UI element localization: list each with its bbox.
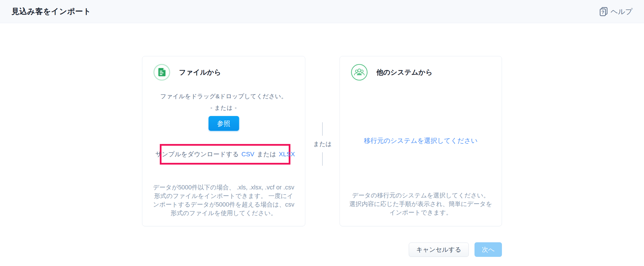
file-import-description: データが5000件以下の場合、 .xls, .xlsx, .vcf or .cs… — [151, 183, 296, 217]
help-label: ヘルプ — [611, 7, 633, 16]
sample-or-text: または — [257, 150, 276, 159]
help-icon: ? — [599, 7, 608, 16]
csv-sample-link[interactable]: CSV — [242, 151, 254, 158]
divider-or-text: または — [313, 140, 332, 148]
page-title: 見込み客をインポート — [11, 6, 91, 17]
system-import-description: データの移行元のシステムを選択してください。選択内容に応じた手順が表示され、簡単… — [349, 191, 493, 217]
sample-download-label: サンプルをダウンロードする — [155, 150, 239, 159]
sample-download-highlight: サンプルをダウンロードする CSV または XLSX — [160, 144, 290, 165]
people-group-icon — [351, 64, 368, 81]
cancel-button[interactable]: キャンセルする — [409, 243, 469, 257]
divider-line-top — [322, 122, 323, 136]
xlsx-sample-link[interactable]: XLSX — [279, 151, 295, 158]
system-card-title: 他のシステムから — [376, 68, 432, 77]
next-button[interactable]: 次へ — [474, 242, 502, 257]
file-card-title: ファイルから — [179, 68, 221, 77]
cards-or-divider: または — [311, 122, 334, 166]
drag-drop-instruction: ファイルをドラッグ&ドロップしてください。 — [142, 92, 305, 100]
system-import-card: 他のシステムから 移行元のシステムを選択してください データの移行元のシステムを… — [340, 56, 502, 226]
file-document-icon — [153, 64, 170, 81]
divider-line-bottom — [322, 152, 323, 166]
or-separator-text: - または - — [142, 104, 305, 112]
help-link[interactable]: ? ヘルプ — [599, 7, 633, 16]
select-source-system-link[interactable]: 移行元のシステムを選択してください — [340, 136, 502, 145]
system-card-header: 他のシステムから — [351, 64, 432, 81]
file-import-card[interactable]: ファイルから ファイルをドラッグ&ドロップしてください。 - または - 参照 … — [142, 56, 305, 226]
file-card-header: ファイルから — [153, 64, 221, 81]
svg-text:?: ? — [601, 10, 604, 15]
browse-button[interactable]: 参照 — [208, 116, 239, 131]
page-header: 見込み客をインポート ? ヘルプ — [0, 0, 644, 23]
